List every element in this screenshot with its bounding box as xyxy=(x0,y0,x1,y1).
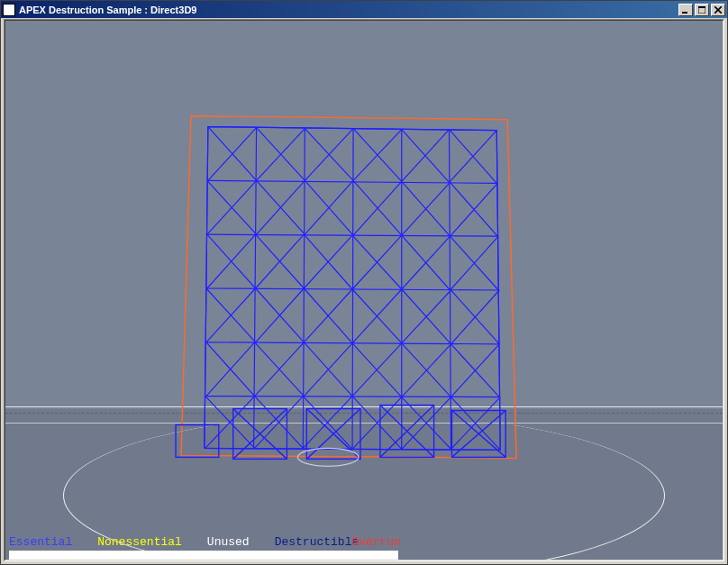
legend-unused: Unused xyxy=(207,535,250,549)
legend-destructible: Destructible xyxy=(275,535,359,549)
wireframe-scene xyxy=(5,21,723,560)
window-title: APEX Destruction Sample : Direct3D9 xyxy=(19,5,677,15)
bounding-box xyxy=(181,116,516,459)
usage-bar xyxy=(9,551,398,560)
minimize-button[interactable] xyxy=(678,4,693,16)
destructible-mesh xyxy=(176,127,505,467)
legend-overrun: Overrun xyxy=(351,535,401,549)
app-window: APEX Destruction Sample : Direct3D9 xyxy=(0,0,728,565)
legend-essential: Essential xyxy=(9,535,72,549)
legend: Essential Nonessential Unused Destructib… xyxy=(9,535,401,549)
svg-rect-0 xyxy=(682,12,687,14)
svg-rect-2 xyxy=(698,6,705,8)
app-icon xyxy=(3,4,15,16)
titlebar: APEX Destruction Sample : Direct3D9 xyxy=(1,1,727,18)
maximize-button[interactable] xyxy=(695,4,709,16)
viewport-3d[interactable]: Essential Nonessential Unused Destructib… xyxy=(5,21,723,560)
close-button[interactable] xyxy=(711,4,725,16)
legend-nonessential: Nonessential xyxy=(97,535,182,549)
